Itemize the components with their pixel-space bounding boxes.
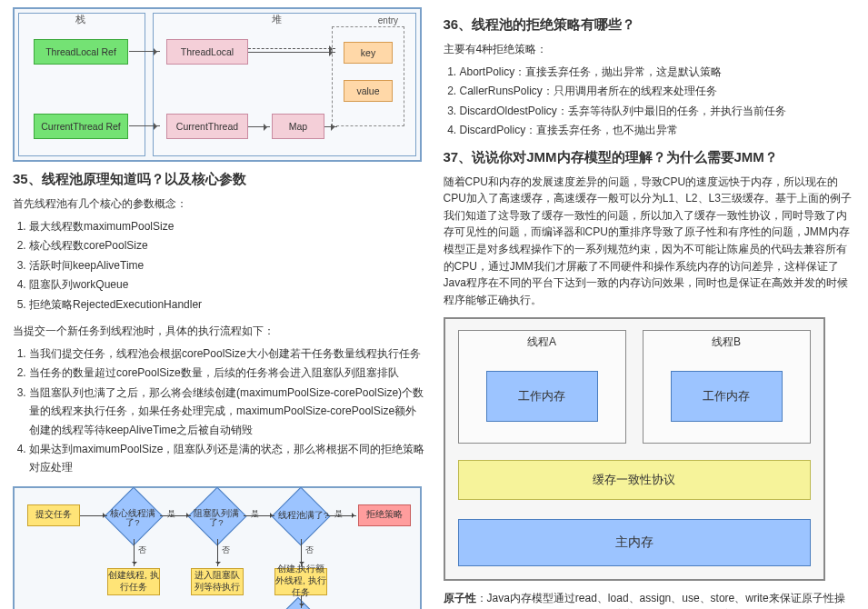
arrow: [134, 539, 135, 566]
thread-a-frame: 线程A 工作内存: [458, 330, 626, 444]
arrow-map-to-entry: [324, 126, 337, 127]
para-35-flow: 当提交一个新任务到线程池时，具体的执行流程如下：: [13, 323, 425, 339]
list-item: 拒绝策略RejectedExecutionHandler: [29, 295, 425, 314]
list-36: AbortPolicy：直接丢弃任务，抛出异常，这是默认策略 CallerRun…: [460, 63, 856, 140]
para-37: 随着CPU和内存的发展速度差异的问题，导致CPU的速度远快于内存，所以现在的CP…: [444, 174, 856, 309]
work-mem-b: 工作内存: [671, 371, 783, 422]
heading-36: 36、线程池的拒绝策略有哪些？: [444, 16, 856, 34]
arrow: [244, 515, 274, 516]
panel-stack-label: 栈: [75, 13, 85, 26]
atomic-label: 原子性: [444, 592, 476, 604]
node-queue-full: 阻塞队列满了?: [187, 486, 246, 545]
box-currentthread: CurrentThread: [166, 114, 248, 139]
panel-heap-label: 堆: [272, 13, 282, 26]
arrow: [217, 539, 218, 566]
label-no: 否: [305, 544, 314, 556]
right-column: 36、线程池的拒绝策略有哪些？ 主要有4种拒绝策略： AbortPolicy：直…: [434, 0, 869, 609]
list-item: 最大线程数maximumPoolSize: [29, 217, 425, 235]
thread-b-frame: 线程B 工作内存: [643, 330, 811, 444]
heading-37: 37、说说你对JMM内存模型的理解？为什么需要JMM？: [444, 149, 856, 166]
main-memory: 主内存: [458, 519, 811, 566]
para-36-intro: 主要有4种拒绝策略：: [444, 41, 856, 57]
box-threadlocal-ref: ThreadLocal Ref: [34, 39, 128, 65]
diagram-jmm: 线程A 工作内存 线程B 工作内存 缓存一致性协议 主内存: [444, 317, 825, 581]
node-core-full: 核心线程满了?: [104, 486, 163, 545]
label-no: 否: [138, 544, 146, 556]
entry-title: entry: [378, 15, 398, 25]
box-currentthread-ref: CurrentThread Ref: [34, 114, 128, 139]
label-yes: 是: [334, 508, 343, 520]
arrow-tl-to-key: [248, 52, 335, 53]
diagram-threadlocal: 栈 ThreadLocal Ref CurrentThread Ref 堆 Th…: [13, 7, 422, 162]
panel-stack: 栈 ThreadLocal Ref CurrentThread Ref: [18, 13, 145, 156]
label-no: 否: [222, 544, 230, 556]
list-item: DiscardOldestPolicy：丢弃等待队列中最旧的任务，并执行当前任务: [460, 102, 856, 120]
para-35-intro: 首先线程池有几个核心的参数概念：: [13, 195, 425, 212]
list-35-flow: 当我们提交任务，线程池会根据corePoolSize大小创建若干任务数量线程执行…: [29, 344, 425, 477]
list-item: 当任务的数量超过corePoolSize数量，后续的任务将会进入阻塞队列阻塞排队: [29, 364, 425, 382]
node-pool-full: 线程池满了?: [271, 486, 330, 545]
list-item: 核心线程数corePoolSize: [29, 236, 425, 255]
arrow: [327, 515, 356, 516]
thread-b-title: 线程B: [644, 331, 810, 354]
list-item: CallerRunsPolicy：只用调用者所在的线程来处理任务: [460, 82, 856, 100]
arrow-tlref-to-tl: [129, 51, 160, 52]
arrow-ct-to-map: [248, 126, 270, 127]
list-item: DiscardPolicy：直接丢弃任务，也不抛出异常: [460, 121, 856, 139]
thread-a-title: 线程A: [459, 331, 625, 354]
arrow: [301, 595, 302, 608]
node-reject: 拒绝策略: [358, 504, 411, 526]
label-yes: 是: [251, 508, 259, 520]
atomic-text: ：Java内存模型通过read、load、assign、use、store、wr…: [444, 592, 845, 609]
box-key: key: [344, 42, 393, 64]
list-item: 如果达到maximumPoolSize，阻塞队列还是满的状态，那么将根据不同的拒…: [29, 440, 425, 477]
node-create-run: 创建线程, 执行任务: [107, 568, 160, 595]
heading-35: 35、线程池原理知道吗？以及核心参数: [13, 171, 425, 188]
label-yes: 是: [167, 508, 175, 520]
list-item: 活跃时间keepAliveTime: [29, 256, 425, 275]
list-35-params: 最大线程数maximumPoolSize 核心线程数corePoolSize 活…: [29, 217, 425, 314]
panel-heap: 堆 ThreadLocal CurrentThread Map entry ke…: [153, 13, 416, 156]
para-atomic: 原子性：Java内存模型通过read、load、assign、use、store…: [444, 590, 856, 609]
arrow: [160, 515, 191, 516]
box-value: value: [344, 80, 393, 102]
arrow-key-to-tl-weakref: [248, 48, 335, 49]
entry-frame: entry key value: [332, 26, 404, 126]
arrow: [301, 539, 302, 566]
box-map: Map: [272, 114, 324, 139]
cache-coherence: 缓存一致性协议: [458, 460, 811, 500]
list-item: 阻塞队列workQueue: [29, 275, 425, 294]
box-threadlocal: ThreadLocal: [166, 39, 248, 65]
list-item: 当我们提交任务，线程池会根据corePoolSize大小创建若干任务数量线程执行…: [29, 344, 425, 363]
work-mem-a: 工作内存: [486, 371, 598, 422]
node-submit: 提交任务: [27, 504, 80, 526]
left-column: 栈 ThreadLocal Ref CurrentThread Ref 堆 Th…: [0, 0, 434, 609]
arrow: [80, 515, 107, 516]
diagram-threadpool-flow: 提交任务 核心线程满了? 阻塞队列满了? 线程池满了? 拒绝策略 创建线程, 执…: [13, 486, 422, 609]
list-item: 当阻塞队列也满了之后，那么将会继续创建(maximumPoolSize-core…: [29, 384, 425, 439]
list-item: AbortPolicy：直接丢弃任务，抛出异常，这是默认策略: [460, 63, 856, 81]
node-go-queue: 进入阻塞队列等待执行: [191, 568, 244, 595]
node-create-extra: 创建,执行额外线程, 执行任务: [274, 568, 327, 595]
arrow-ctref-to-ct: [129, 125, 160, 126]
